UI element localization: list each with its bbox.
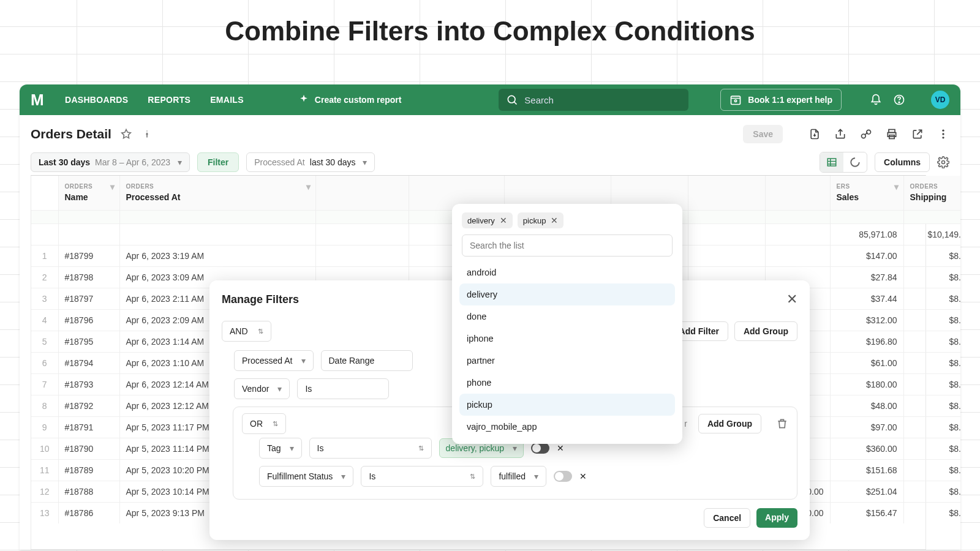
column-header[interactable]	[765, 176, 830, 210]
filter-value-select[interactable]: fulfilled	[491, 466, 546, 487]
svg-rect-2	[731, 96, 741, 104]
filter-operator-select[interactable]: Date Range	[321, 350, 413, 371]
rule-toggle[interactable]	[554, 471, 572, 482]
selected-tag-chip[interactable]: delivery✕	[462, 212, 513, 228]
active-filter-value: last 30 days	[310, 157, 356, 167]
svg-point-0	[508, 96, 516, 103]
column-header[interactable]: ERSSales▾	[830, 176, 903, 210]
top-right-icons	[870, 94, 905, 106]
svg-point-14	[942, 133, 944, 135]
print-icon[interactable]	[886, 128, 898, 140]
filter-button[interactable]: Filter	[197, 152, 239, 172]
tag-option[interactable]: done	[459, 305, 675, 328]
column-header[interactable]	[315, 176, 409, 210]
top-nav: M DASHBOARDS REPORTS EMAILS Create custo…	[20, 84, 960, 115]
view-table-icon[interactable]	[820, 152, 843, 172]
chevron-down-icon	[175, 157, 182, 167]
trash-icon[interactable]	[776, 418, 788, 430]
and-or-select[interactable]: AND	[222, 321, 271, 342]
cancel-button[interactable]: Cancel	[704, 508, 750, 528]
filter-operator-select[interactable]: Is	[309, 438, 432, 459]
sparkle-icon	[298, 94, 310, 106]
tag-option[interactable]: iphone	[459, 328, 675, 350]
create-custom-report-label: Create custom report	[315, 95, 402, 105]
filter-operator-select[interactable]: Is	[361, 466, 483, 487]
nav-emails[interactable]: EMAILS	[210, 95, 244, 105]
filter-operator-select[interactable]: Is	[297, 378, 389, 399]
user-avatar[interactable]: VD	[931, 91, 949, 109]
filter-field-select[interactable]: Fulfillment Status	[259, 466, 353, 487]
date-range-dates: Mar 8 – Apr 6, 2023	[95, 157, 170, 167]
svg-point-4	[735, 100, 737, 102]
active-filter-field: Processed At	[254, 157, 305, 167]
nav-links: DASHBOARDS REPORTS EMAILS	[65, 95, 244, 105]
active-filter-chip[interactable]: Processed At last 30 days	[246, 152, 375, 172]
more-vert-icon[interactable]	[937, 128, 949, 140]
column-header[interactable]: ORDERSShipping▾	[903, 176, 960, 210]
svg-line-1	[514, 102, 517, 104]
svg-point-8	[862, 134, 866, 138]
global-search-input[interactable]	[524, 95, 681, 105]
tag-option[interactable]: pickup	[459, 394, 675, 416]
svg-rect-16	[827, 159, 836, 166]
gear-icon[interactable]	[937, 156, 949, 168]
copy-link-icon[interactable]	[860, 128, 872, 140]
column-header[interactable]	[31, 176, 58, 210]
chevron-down-icon	[360, 157, 367, 167]
nav-reports[interactable]: REPORTS	[148, 95, 190, 105]
filter-field-select[interactable]: Tag	[259, 438, 302, 459]
filter-row-fulfillment: Fulfillment Status Is fulfilled ✕	[259, 462, 788, 490]
file-download-icon[interactable]	[809, 128, 821, 140]
selected-tag-chip[interactable]: pickup✕	[518, 212, 564, 228]
filter-field-select[interactable]: Vendor	[234, 378, 290, 399]
tag-option[interactable]: delivery	[459, 283, 675, 305]
svg-point-20	[942, 161, 945, 164]
calendar-person-icon	[729, 94, 742, 106]
filter-field-select[interactable]: Processed At	[234, 350, 314, 371]
view-progress-icon[interactable]	[843, 152, 867, 172]
share-icon[interactable]	[834, 128, 846, 140]
close-icon[interactable]: ✕	[786, 291, 797, 307]
tag-search-input[interactable]	[462, 234, 673, 257]
remove-chip-icon[interactable]: ✕	[551, 216, 558, 225]
date-range-picker[interactable]: Last 30 days Mar 8 – Apr 6, 2023	[31, 152, 190, 172]
app-window: M DASHBOARDS REPORTS EMAILS Create custo…	[20, 84, 960, 550]
help-icon[interactable]	[893, 94, 905, 106]
info-icon[interactable]	[141, 128, 153, 140]
columns-button[interactable]: Columns	[875, 152, 930, 172]
save-button: Save	[743, 125, 783, 143]
page-header-actions: Save	[743, 125, 949, 143]
add-group-button[interactable]: Add Group	[698, 414, 761, 433]
remove-rule-icon[interactable]: ✕	[557, 443, 564, 453]
tag-option[interactable]: android	[459, 261, 675, 283]
or-select[interactable]: OR	[242, 413, 286, 434]
column-header[interactable]: ORDERSProcessed At▾	[119, 176, 315, 210]
global-search[interactable]	[499, 89, 688, 111]
open-external-icon[interactable]	[911, 128, 924, 140]
remove-rule-icon[interactable]: ✕	[579, 471, 587, 481]
search-icon	[506, 94, 518, 106]
column-header[interactable]: ORDERSName▾	[58, 176, 119, 210]
page-title: Orders Detail	[31, 127, 111, 141]
tag-option[interactable]: partner	[459, 350, 675, 372]
apply-button[interactable]: Apply	[756, 508, 797, 528]
page-header: Orders Detail Save	[20, 115, 960, 143]
nav-dashboards[interactable]: DASHBOARDS	[65, 95, 128, 105]
bell-icon[interactable]	[870, 94, 882, 106]
app-logo[interactable]: M	[31, 91, 48, 110]
svg-point-6	[899, 102, 900, 103]
add-group-button[interactable]: Add Group	[734, 321, 797, 341]
remove-chip-icon[interactable]: ✕	[500, 216, 507, 225]
book-expert-help-button[interactable]: Book 1:1 expert help	[720, 89, 842, 111]
svg-point-13	[942, 130, 944, 132]
book-expert-help-label: Book 1:1 expert help	[748, 95, 832, 105]
star-icon[interactable]	[120, 128, 132, 140]
tag-picker-popover: delivery✕pickup✕ androiddeliverydoneipho…	[452, 204, 682, 444]
create-custom-report-button[interactable]: Create custom report	[298, 94, 402, 106]
rule-toggle[interactable]	[531, 443, 549, 454]
manage-filters-title: Manage Filters	[222, 293, 299, 306]
view-mode-toggle[interactable]	[820, 152, 867, 173]
tag-option[interactable]: phone	[459, 372, 675, 394]
column-header[interactable]	[688, 176, 765, 210]
tag-option[interactable]: vajro_mobile_app	[459, 416, 675, 438]
